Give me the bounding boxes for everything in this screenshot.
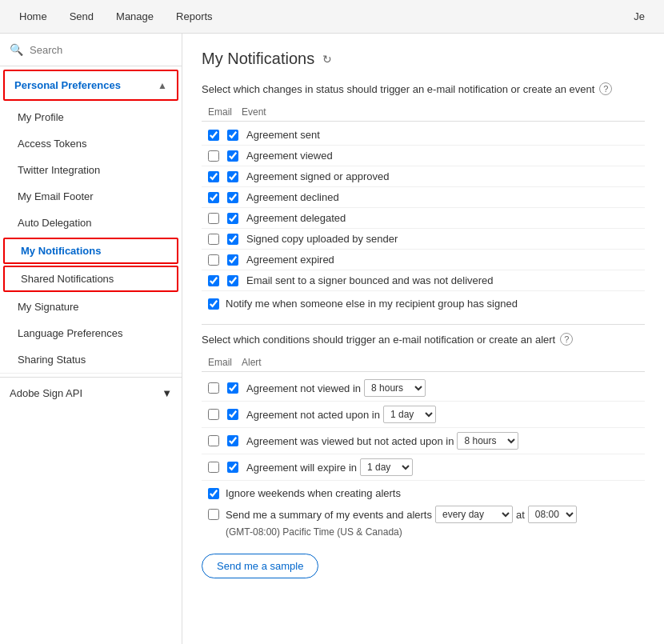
adobe-sign-api-section[interactable]: Adobe Sign API ▼	[0, 377, 182, 409]
sidebar-item-access-tokens[interactable]: Access Tokens	[0, 130, 182, 157]
summary-label: Send me a summary of my events and alert…	[226, 509, 432, 521]
viewed-not-acted-dropdown[interactable]: 8 hours 4 hours 12 hours 24 hours	[457, 432, 518, 450]
event-checkbox-agreement-viewed[interactable]	[227, 150, 238, 162]
table-row: Agreement not viewed in 8 hours 4 hours …	[202, 375, 645, 402]
nav-item-send[interactable]: Send	[58, 2, 105, 30]
timezone-note: (GMT-08:00) Pacific Time (US & Canada)	[202, 525, 645, 546]
email-checkbox-signed-copy[interactable]	[208, 234, 219, 245]
section1-label: Select which changes in status should tr…	[202, 82, 645, 95]
help-icon-section2[interactable]: ?	[560, 333, 573, 346]
alert-label: Agreement not acted upon in	[246, 409, 380, 421]
table-row: Email sent to a signer bounced and was n…	[202, 270, 645, 291]
ignore-weekends-checkbox[interactable]	[208, 488, 219, 499]
sidebar-item-auto-delegation[interactable]: Auto Delegation	[0, 210, 182, 236]
table-row: Agreement signed or approved	[202, 166, 645, 187]
sidebar-item-my-signature[interactable]: My Signature	[0, 294, 182, 320]
email-checkbox-agreement-signed[interactable]	[208, 171, 219, 182]
notification-label: Agreement expired	[246, 254, 334, 266]
personal-preferences-label: Personal Preferences	[14, 79, 121, 91]
personal-preferences-header[interactable]: Personal Preferences ▲	[3, 70, 178, 101]
email-checkbox-agreement-viewed[interactable]	[208, 150, 219, 162]
email-checkbox-expire[interactable]	[208, 462, 219, 473]
event-checkbox-agreement-sent[interactable]	[227, 130, 238, 141]
summary-frequency-dropdown[interactable]: every day every week every month	[435, 506, 513, 523]
sidebar-item-twitter-integration[interactable]: Twitter Integration	[0, 157, 182, 183]
col-email-label: Email	[208, 106, 242, 118]
nav-item-home[interactable]: Home	[8, 2, 58, 30]
content-area: My Notifications ↻ Select which changes …	[182, 34, 664, 644]
col-alert-label: Alert	[242, 357, 290, 368]
notify-me-row: Notify me when someone else in my recipi…	[202, 291, 645, 316]
email-checkbox-agreement-expired[interactable]	[208, 254, 219, 266]
table-row: Agreement expired	[202, 250, 645, 270]
notification-label: Agreement sent	[246, 129, 320, 141]
notification-label: Agreement viewed	[246, 150, 333, 162]
sidebar-item-my-notifications[interactable]: My Notifications	[3, 238, 178, 264]
table-row: Agreement declined	[202, 187, 645, 208]
summary-at-label: at	[516, 509, 525, 521]
expire-dropdown[interactable]: 1 day 2 days 3 days 7 days	[360, 458, 413, 476]
nav-item-manage[interactable]: Manage	[105, 2, 165, 30]
email-checkbox-agreement-sent[interactable]	[208, 130, 219, 141]
notify-me-label: Notify me when someone else in my recipi…	[226, 298, 518, 310]
adobe-sign-api-label: Adobe Sign API	[10, 387, 82, 399]
refresh-icon[interactable]: ↻	[322, 53, 332, 66]
col-alert-email-label: Email	[208, 357, 242, 368]
summary-time-dropdown[interactable]: 08:00 09:00 10:00 12:00	[528, 506, 577, 523]
alert-checkbox-not-viewed[interactable]	[227, 382, 238, 394]
table-row: Agreement not acted upon in 1 day 2 days…	[202, 402, 645, 428]
nav-item-reports[interactable]: Reports	[165, 2, 224, 30]
event-checkbox-bounced[interactable]	[227, 275, 238, 286]
notification-label: Agreement delegated	[246, 212, 346, 224]
sidebar-item-my-profile[interactable]: My Profile	[0, 104, 182, 130]
event-checkbox-agreement-declined[interactable]	[227, 192, 238, 203]
page-title: My Notifications ↻	[202, 50, 645, 68]
table-row: Agreement sent	[202, 125, 645, 146]
sidebar-item-shared-notifications[interactable]: Shared Notifications	[3, 266, 178, 292]
email-checkbox-viewed-not-acted[interactable]	[208, 435, 219, 446]
alert-label: Agreement was viewed but not acted upon …	[246, 435, 454, 447]
ignore-weekends-row: Ignore weekends when creating alerts	[202, 481, 645, 502]
not-acted-dropdown[interactable]: 1 day 2 days 3 days 7 days	[383, 406, 436, 423]
summary-row: Send me a summary of my events and alert…	[202, 502, 645, 525]
sidebar-item-language-preferences[interactable]: Language Preferences	[0, 320, 182, 346]
notification-label: Email sent to a signer bounced and was n…	[246, 274, 494, 286]
alert-label: Agreement not viewed in	[246, 382, 361, 394]
summary-checkbox[interactable]	[208, 509, 219, 520]
main-layout: 🔍 Personal Preferences ▲ My Profile Acce…	[0, 34, 664, 644]
chevron-down-icon: ▼	[162, 387, 172, 399]
event-checkbox-agreement-delegated[interactable]	[227, 213, 238, 224]
sidebar-item-sharing-status[interactable]: Sharing Status	[0, 346, 182, 373]
search-input[interactable]	[30, 44, 172, 56]
notification-label: Agreement declined	[246, 191, 339, 203]
ignore-weekends-label: Ignore weekends when creating alerts	[226, 487, 401, 499]
alert-checkbox-expire[interactable]	[227, 462, 238, 473]
not-viewed-dropdown[interactable]: 8 hours 4 hours 12 hours 24 hours	[364, 379, 426, 397]
email-checkbox-not-viewed[interactable]	[208, 382, 219, 394]
table-row: Agreement viewed	[202, 146, 645, 166]
help-icon-section1[interactable]: ?	[599, 82, 612, 95]
event-checkbox-agreement-expired[interactable]	[227, 254, 238, 266]
alert-checkbox-not-acted[interactable]	[227, 409, 238, 420]
personal-preferences-section: Personal Preferences ▲ My Profile Access…	[0, 70, 182, 374]
sidebar: 🔍 Personal Preferences ▲ My Profile Acce…	[0, 34, 182, 644]
col-event-label: Event	[242, 106, 290, 118]
table-row: Agreement was viewed but not acted upon …	[202, 428, 645, 454]
alert-checkbox-viewed-not-acted[interactable]	[227, 435, 238, 446]
notify-me-checkbox[interactable]	[208, 298, 219, 310]
sidebar-item-my-email-footer[interactable]: My Email Footer	[0, 183, 182, 210]
event-checkbox-signed-copy[interactable]	[227, 234, 238, 245]
chevron-up-icon: ▲	[158, 80, 167, 91]
email-checkbox-agreement-declined[interactable]	[208, 192, 219, 203]
alert-label: Agreement will expire in	[246, 462, 357, 474]
email-checkbox-bounced[interactable]	[208, 275, 219, 286]
table-row: Agreement will expire in 1 day 2 days 3 …	[202, 454, 645, 481]
email-checkbox-agreement-delegated[interactable]	[208, 213, 219, 224]
nav-user[interactable]: Je	[622, 2, 656, 30]
email-checkbox-not-acted[interactable]	[208, 409, 219, 420]
search-box[interactable]: 🔍	[0, 34, 182, 66]
event-checkbox-agreement-signed[interactable]	[227, 171, 238, 182]
notification-label: Signed copy uploaded by sender	[246, 233, 398, 245]
send-sample-button[interactable]: Send me a sample	[202, 554, 318, 578]
top-nav: Home Send Manage Reports Je	[0, 0, 664, 34]
